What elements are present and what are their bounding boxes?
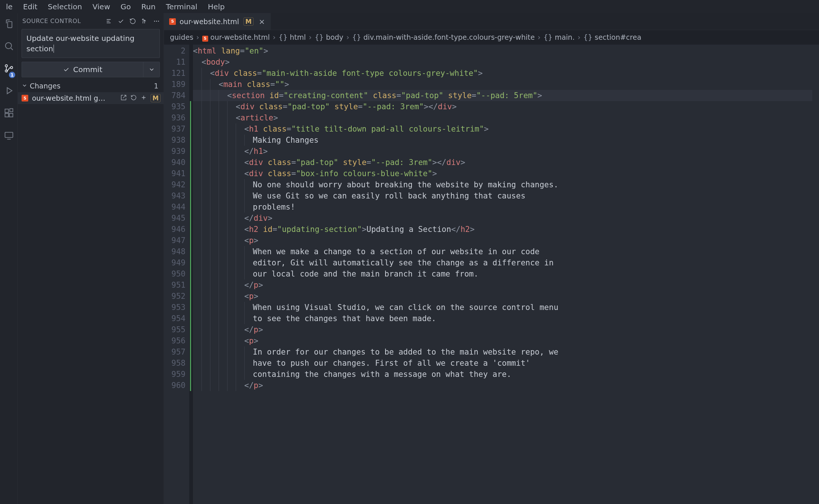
- svg-point-3: [10, 67, 13, 69]
- diff-glyph: [189, 302, 193, 313]
- editor-tab[interactable]: 5 our-website.html M ×: [164, 13, 271, 30]
- code-line[interactable]: </h1>: [193, 146, 812, 157]
- breadcrumb-item[interactable]: {} body: [315, 33, 343, 41]
- menu-run[interactable]: Run: [136, 1, 161, 13]
- html-file-icon: 5: [169, 18, 176, 25]
- activity-run-debug-icon[interactable]: [3, 84, 15, 97]
- changes-section-header[interactable]: Changes 1: [18, 80, 164, 92]
- activity-search-icon[interactable]: [3, 40, 15, 52]
- diff-glyph: [189, 168, 193, 179]
- code-line[interactable]: <article>: [193, 112, 812, 123]
- breadcrumb[interactable]: guides›5our-website.html›{} html›{} body…: [164, 30, 819, 45]
- commit-button[interactable]: Commit: [22, 62, 143, 77]
- code-line[interactable]: our local code and the main branch it ca…: [193, 268, 812, 280]
- line-number: 952: [164, 291, 189, 302]
- diff-glyph: [189, 380, 193, 391]
- diff-glyph: [189, 101, 193, 112]
- scm-more-actions-icon[interactable]: [153, 18, 160, 25]
- code-line[interactable]: editor, Git will automatically see the c…: [193, 257, 812, 268]
- menubar: leEditSelectionViewGoRunTerminalHelp: [0, 0, 819, 13]
- code-line[interactable]: </p>: [193, 324, 812, 335]
- breadcrumb-item[interactable]: guides: [170, 33, 193, 41]
- brace-icon: {}: [544, 33, 555, 41]
- diff-glyph: [189, 324, 193, 335]
- diff-glyph: [189, 56, 193, 68]
- diff-glyph: [189, 268, 193, 280]
- menu-edit[interactable]: Edit: [18, 1, 43, 13]
- commit-message-text: Update our-website updating section: [26, 34, 135, 53]
- code-editor[interactable]: 2111211897849359369379389399409419429439…: [164, 45, 819, 504]
- menu-help[interactable]: Help: [203, 1, 230, 13]
- code-line[interactable]: to see the changes that have been made.: [193, 313, 812, 324]
- diff-glyph: [189, 246, 193, 257]
- breadcrumb-label: section#crea: [595, 33, 642, 41]
- code-line[interactable]: No one should worry about breaking the w…: [193, 179, 812, 190]
- commit-message-input[interactable]: Update our-website updating section: [22, 29, 160, 58]
- code-line[interactable]: </p>: [193, 380, 812, 391]
- menu-go[interactable]: Go: [115, 1, 136, 13]
- line-number: 960: [164, 380, 189, 391]
- code-line[interactable]: containing the changes with a message on…: [193, 369, 812, 380]
- code-line[interactable]: <html lang="en">: [193, 45, 812, 56]
- code-line[interactable]: When we make a change to a section of ou…: [193, 246, 812, 257]
- code-line[interactable]: When using Visual Studio, we can click o…: [193, 302, 812, 313]
- svg-point-1: [5, 65, 7, 67]
- code-line[interactable]: <main class="">: [193, 79, 812, 90]
- code-line[interactable]: <p>: [193, 235, 812, 246]
- line-number: 957: [164, 346, 189, 358]
- minimap[interactable]: [812, 45, 819, 504]
- breadcrumb-item[interactable]: {} html: [278, 33, 306, 41]
- changes-count: 1: [154, 82, 158, 90]
- diff-glyph: [189, 358, 193, 369]
- code-lines[interactable]: <html lang="en"><body><div class="main-w…: [193, 45, 812, 504]
- menu-terminal[interactable]: Terminal: [161, 1, 203, 13]
- open-file-icon[interactable]: [120, 94, 127, 103]
- activity-explorer-icon[interactable]: [3, 17, 15, 30]
- code-line[interactable]: In order for our changes to be added to …: [193, 346, 812, 358]
- code-line[interactable]: <section id="creating-content" class="pa…: [193, 90, 812, 101]
- code-line[interactable]: <div class="main-with-aside font-type co…: [193, 68, 812, 79]
- breadcrumb-item[interactable]: {} section#crea: [583, 33, 641, 41]
- breadcrumb-item[interactable]: {} div.main-with-aside.font-type.colours…: [352, 33, 535, 41]
- menu-view[interactable]: View: [87, 1, 115, 13]
- menu-le[interactable]: le: [1, 1, 18, 13]
- scm-commit-icon[interactable]: [117, 18, 124, 25]
- app-root: leEditSelectionViewGoRunTerminalHelp 1: [0, 0, 819, 504]
- code-line[interactable]: have to push our changes. First of all w…: [193, 358, 812, 369]
- commit-split-button[interactable]: [143, 62, 159, 77]
- code-line[interactable]: <p>: [193, 291, 812, 302]
- scm-commit-push-icon[interactable]: [141, 18, 148, 25]
- code-line[interactable]: </p>: [193, 280, 812, 291]
- discard-changes-icon[interactable]: [130, 94, 137, 103]
- code-line[interactable]: </div>: [193, 213, 812, 224]
- activity-extensions-icon[interactable]: [3, 107, 15, 119]
- code-line[interactable]: <body>: [193, 56, 812, 68]
- code-line[interactable]: <div class="pad-top" style="--pad: 3rem"…: [193, 101, 812, 112]
- code-line[interactable]: <div class="box-info colours-blue-white"…: [193, 168, 812, 179]
- changed-file-row[interactable]: 5 our-website.html g… M: [18, 92, 164, 104]
- line-number: 959: [164, 369, 189, 380]
- code-line[interactable]: <p>: [193, 335, 812, 346]
- code-line[interactable]: Making Changes: [193, 135, 812, 146]
- line-number: 939: [164, 146, 189, 157]
- code-line[interactable]: <h2 id="updating-section">Updating a Sec…: [193, 224, 812, 235]
- code-line[interactable]: We use Git so we can easily roll back an…: [193, 190, 812, 201]
- scm-refresh-icon[interactable]: [129, 18, 136, 25]
- scm-view-as-tree-icon[interactable]: [106, 18, 112, 25]
- breadcrumb-item[interactable]: 5our-website.html: [202, 33, 270, 42]
- code-line[interactable]: <h1 class="title tilt-down pad-all colou…: [193, 123, 812, 135]
- code-line[interactable]: problems!: [193, 201, 812, 213]
- line-number: 11: [164, 56, 189, 68]
- diff-glyph: [189, 90, 193, 101]
- code-line[interactable]: <div class="pad-top" style="--pad: 3rem"…: [193, 157, 812, 168]
- diff-glyph: [189, 280, 193, 291]
- activity-remote-icon[interactable]: [3, 129, 15, 142]
- breadcrumb-item[interactable]: {} main.: [544, 33, 575, 41]
- line-number: 942: [164, 179, 189, 190]
- close-tab-icon[interactable]: ×: [259, 17, 265, 26]
- chevron-down-icon: [22, 82, 28, 90]
- stage-changes-icon[interactable]: [141, 94, 147, 103]
- diff-glyph: [189, 313, 193, 324]
- changed-file-name: our-website.html g…: [32, 94, 118, 102]
- menu-selection[interactable]: Selection: [43, 1, 87, 13]
